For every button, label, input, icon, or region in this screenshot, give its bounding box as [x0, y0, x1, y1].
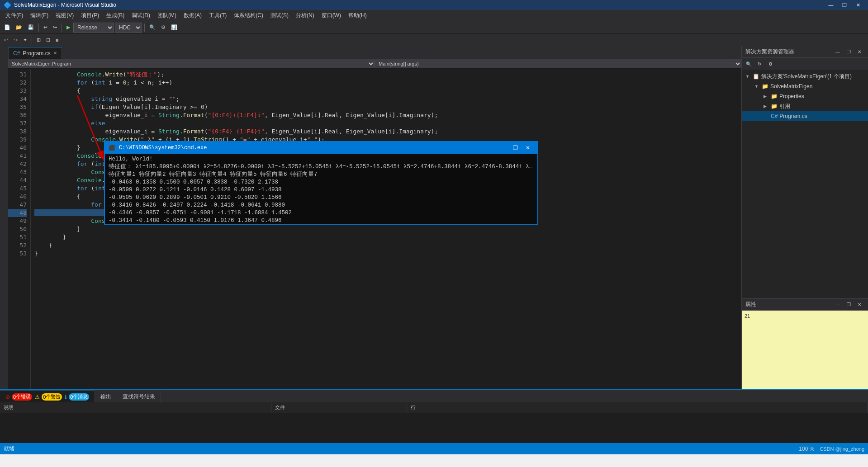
warning-count-badge: 0 个警告	[42, 393, 62, 401]
se-tool-props[interactable]: ⚙	[765, 59, 775, 68]
toolbar2-btn6[interactable]: ≡	[53, 35, 61, 45]
menu-help[interactable]: 帮助(H)	[345, 10, 370, 20]
toolbar-redo[interactable]: ↪	[51, 23, 59, 33]
references-label: 引用	[779, 103, 790, 110]
se-tool-refresh[interactable]: ↻	[754, 59, 764, 68]
restore-button[interactable]: ❐	[838, 1, 851, 9]
menu-window[interactable]: 窗口(W)	[318, 10, 345, 20]
menu-build[interactable]: 生成(B)	[103, 10, 128, 20]
right-panel-bottom-controls: — ❐ ✕	[833, 300, 864, 309]
main-layout: ⋮ C# Program.cs ✕ SolveMatrixEigen.Progr…	[0, 46, 868, 389]
menu-edit[interactable]: 编辑(E)	[27, 10, 52, 20]
platform-select[interactable]: HDC x86 x64	[115, 23, 142, 33]
se-header-controls: — ❐ ✕	[833, 47, 864, 57]
col-line-label: 行	[411, 404, 416, 411]
status-bar: 就绪 100 % CSDN @jing_zhong	[0, 443, 868, 454]
tab-error-list[interactable]: ⊘ 0 个错误 ⚠ 0 个警告 ℹ 0 个消息	[0, 391, 95, 402]
se-restore-btn[interactable]: ❐	[844, 47, 854, 57]
properties-panel: 21	[742, 311, 868, 389]
info-count: 0	[70, 394, 73, 400]
cmd-close-btn[interactable]: ✕	[522, 143, 534, 152]
tab-close-button[interactable]: ✕	[53, 51, 57, 56]
code-editor[interactable]: 3132333435 3637383940 4142434445 4647484…	[8, 69, 741, 389]
right-panel-bottom-header: 属性 — ❐ ✕	[742, 299, 868, 311]
cmd-line-1: Hello, World!	[109, 156, 534, 163]
code-content[interactable]: Console.Write("特征值："); for (int i = 0; i…	[31, 69, 741, 389]
left-sidebar: ⋮	[0, 46, 8, 389]
toolbar-save[interactable]: 💾	[25, 23, 36, 33]
tree-solution[interactable]: ▼ 📋 解决方案'SolveMatrixEigen'(1 个项目)	[742, 71, 868, 81]
menu-file[interactable]: 文件(F)	[2, 10, 27, 20]
menu-test[interactable]: 测试(S)	[267, 10, 292, 20]
toolbar-sep2	[62, 24, 62, 32]
se-minimize-btn[interactable]: —	[833, 47, 843, 57]
project-label: SolveMatrixEigen	[770, 83, 812, 90]
build-config-select[interactable]: Release Debug	[73, 23, 114, 33]
toolbar-sep3	[144, 24, 145, 32]
toolbar-sep1	[38, 24, 39, 32]
tab-find-symbols[interactable]: 查找符号结果	[117, 391, 161, 402]
tree-references[interactable]: ▶ 📁 引用	[742, 101, 868, 111]
title-bar-controls: — ❐ ✕	[825, 1, 864, 9]
toolbar2-btn4[interactable]: ⊞	[34, 35, 43, 45]
tree-programcs[interactable]: C# Program.cs	[742, 111, 868, 121]
toolbar-btn-c[interactable]: 📊	[169, 23, 180, 33]
toolbar-undo[interactable]: ↩	[41, 23, 50, 33]
toolbar-new[interactable]: 📄	[2, 23, 13, 33]
menu-analyze[interactable]: 分析(N)	[292, 10, 318, 20]
minimize-button[interactable]: —	[825, 1, 837, 9]
menu-team[interactable]: 团队(M)	[154, 10, 180, 20]
title-bar: 🔷 SolveMatrixEigen - Microsoft Visual St…	[0, 0, 868, 10]
toolbar-start[interactable]: ▶	[64, 23, 72, 33]
toolbar-btn-a[interactable]: 🔍	[147, 23, 158, 33]
cmd-line-5: -0.0599 0.0272 0.1211 -0.0146 0.1428 0.6…	[109, 186, 534, 194]
error-count: 0	[13, 394, 16, 400]
toolbar-open[interactable]: 📂	[14, 23, 24, 33]
properties-content: 21	[744, 312, 866, 320]
cmd-controls: — ❐ ✕	[497, 143, 534, 152]
right-sidebar: 解决方案资源管理器 — ❐ ✕ 🔍 ↻ ⚙ ▼ 📋 解决方案'SolveMatr…	[741, 46, 868, 389]
error-count-badge: 0 个错误	[12, 393, 32, 401]
watermark: CSDN @jing_zhong	[820, 446, 864, 452]
toolbar2-btn5[interactable]: ⊟	[44, 35, 52, 45]
tab-output[interactable]: 输出	[95, 391, 117, 402]
toolbar-btn-b[interactable]: ⚙	[159, 23, 168, 33]
left-sidebar-label: ⋮	[2, 48, 6, 52]
toolbar2-btn1[interactable]: ↩	[2, 35, 10, 45]
right-panel-bottom-title: 属性	[745, 301, 756, 308]
se-close-btn[interactable]: ✕	[854, 47, 864, 57]
title-text: SolveMatrixEigen - Microsoft Visual Stud…	[14, 2, 116, 8]
tree-properties[interactable]: ▶ 📁 Properties	[742, 91, 868, 101]
chevron-down-icon2: ▼	[754, 84, 760, 89]
tab-icon: C#	[13, 50, 20, 57]
info-count-badge: 0 个消息	[69, 393, 89, 401]
menu-project[interactable]: 项目(P)	[77, 10, 103, 20]
col-line: 行	[407, 402, 868, 413]
menu-tools[interactable]: 工具(T)	[205, 10, 230, 20]
menu-debug[interactable]: 调试(D)	[128, 10, 154, 20]
title-bar-left: 🔷 SolveMatrixEigen - Microsoft Visual St…	[4, 1, 116, 9]
cmd-content: Hello, World! 特征值： λ1=185.8995+0.0000i λ…	[105, 154, 537, 224]
cmd-line-8: -0.4346 -0.0857 -0.0751 -0.9081 -1.1718 …	[109, 209, 534, 217]
cmd-minimize-btn[interactable]: —	[497, 143, 508, 152]
method-dropdown[interactable]: Main(string[] args)	[375, 59, 741, 68]
editor-tab-program[interactable]: C# Program.cs ✕	[8, 47, 62, 59]
toolbar2-btn2[interactable]: ↪	[11, 35, 20, 45]
menu-data[interactable]: 数据(A)	[180, 10, 205, 20]
prop-restore-btn[interactable]: ❐	[844, 300, 854, 309]
close-button[interactable]: ✕	[852, 1, 864, 9]
prop-minimize-btn[interactable]: —	[833, 300, 843, 309]
toolbar2-btn3[interactable]: ✦	[21, 35, 29, 45]
menu-view[interactable]: 视图(V)	[52, 10, 77, 20]
toolbar-main: 📄 📂 💾 ↩ ↪ ▶ Release Debug HDC x86 x64 🔍 …	[0, 21, 868, 33]
prop-close-btn[interactable]: ✕	[854, 300, 864, 309]
se-tool-search[interactable]: 🔍	[744, 59, 754, 68]
cmd-maximize-btn[interactable]: ❐	[509, 143, 521, 152]
menu-arch[interactable]: 体系结构(C)	[230, 10, 267, 20]
cmd-line-7: -0.3416 0.8426 -0.2497 0.2224 -0.1418 -0…	[109, 202, 534, 209]
tree-project[interactable]: ▼ 📁 SolveMatrixEigen	[742, 81, 868, 91]
zoom-indicator: 100 %	[799, 446, 814, 452]
cmd-window: ⬛ C:\WINDOWS\system32\cmd.exe — ❐ ✕ Hell…	[104, 141, 538, 225]
class-dropdown[interactable]: SolveMatrixEigen.Program	[8, 59, 375, 68]
bottom-tabs: ⊘ 0 个错误 ⚠ 0 个警告 ℹ 0 个消息 输出 查找符号结果	[0, 390, 868, 402]
